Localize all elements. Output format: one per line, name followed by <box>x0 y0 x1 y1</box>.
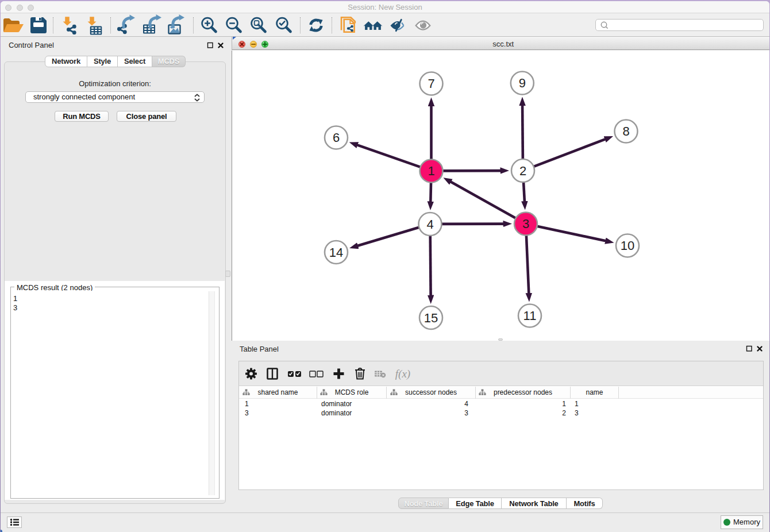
svg-text:3: 3 <box>522 217 529 231</box>
svg-text:9: 9 <box>519 76 526 90</box>
svg-text:2: 2 <box>519 164 526 178</box>
svg-text:f(x): f(x) <box>395 368 410 380</box>
svg-text:14: 14 <box>329 245 343 260</box>
svg-text:6: 6 <box>333 130 340 145</box>
svg-text:4: 4 <box>426 217 433 232</box>
svg-text:10: 10 <box>621 238 634 253</box>
svg-text:7: 7 <box>428 76 434 91</box>
svg-text:8: 8 <box>622 124 629 138</box>
svg-text:15: 15 <box>424 311 438 325</box>
svg-text:11: 11 <box>523 309 537 323</box>
svg-text:1: 1 <box>428 164 434 178</box>
